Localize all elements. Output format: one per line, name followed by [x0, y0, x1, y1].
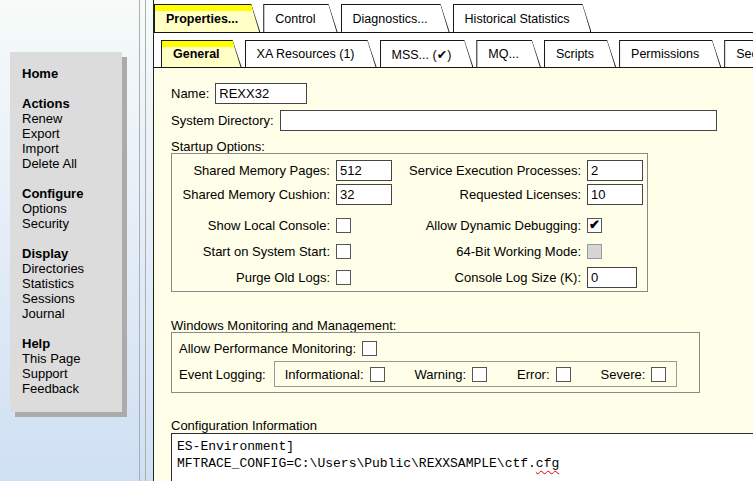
sidebar-nav: Home Actions Renew Export Import Delete … — [10, 52, 122, 412]
severe-checkbox[interactable] — [651, 367, 666, 382]
start-on-system-start-checkbox[interactable] — [336, 244, 351, 259]
allow-performance-monitoring-label: Allow Performance Monitoring: — [179, 341, 356, 356]
sidebar-header-configure: Configure — [22, 186, 118, 201]
secondary-tab-bar: General XA Resources (1) MSS... (✔) MQ..… — [154, 33, 753, 68]
general-tab-content: Name: System Directory: Startup Options:… — [154, 68, 753, 481]
tab-permissions-label: Permissions — [631, 47, 699, 61]
sidebar-item-options[interactable]: Options — [22, 201, 118, 216]
shared-memory-pages-input[interactable] — [336, 160, 392, 181]
system-directory-label: System Directory: — [171, 113, 274, 128]
sidebar-item-import[interactable]: Import — [22, 141, 118, 156]
config-line-1: ES-Environment] — [177, 439, 294, 454]
shared-memory-pages-label: Shared Memory Pages: — [179, 163, 336, 178]
sidebar-item-home[interactable]: Home — [22, 66, 118, 81]
service-execution-processes-input[interactable] — [587, 160, 643, 181]
sidebar-item-export[interactable]: Export — [22, 126, 118, 141]
console-log-size-input[interactable] — [587, 267, 637, 288]
warning-checkbox[interactable] — [472, 367, 487, 382]
config-line-2: MFTRACE_CONFIG=C:\Users\Public\REXXSAMPL… — [177, 456, 559, 471]
sidebar-group-display: Display Directories Statistics Sessions … — [22, 246, 118, 321]
allow-dynamic-debugging-label: Allow Dynamic Debugging: — [406, 218, 587, 233]
tab-security-label: Security — [736, 47, 753, 61]
tab-control[interactable]: Control — [263, 4, 337, 32]
tab-mq-label: MQ... — [488, 47, 519, 61]
tab-xa-resources[interactable]: XA Resources (1) — [245, 40, 377, 67]
sidebar-item-directories[interactable]: Directories — [22, 261, 118, 276]
requested-licenses-label: Requested Licenses: — [406, 187, 587, 202]
severe-label: Severe: — [601, 367, 646, 382]
service-execution-processes-label: Service Execution Processes: — [406, 163, 587, 178]
show-local-console-label: Show Local Console: — [179, 218, 336, 233]
tab-scripts-label: Scripts — [556, 47, 594, 61]
frame-divider-right — [145, 0, 146, 481]
tab-properties[interactable]: Properties... — [154, 4, 260, 32]
startup-options-title: Startup Options: — [171, 139, 265, 154]
tab-security[interactable]: Security — [724, 40, 753, 67]
warning-label: Warning: — [415, 367, 467, 382]
name-input[interactable] — [215, 83, 307, 104]
purge-old-logs-checkbox[interactable] — [336, 270, 351, 285]
error-checkbox[interactable] — [556, 367, 571, 382]
sidebar-header-display: Display — [22, 246, 118, 261]
tab-mq[interactable]: MQ... — [476, 40, 541, 67]
shared-memory-cushion-input[interactable] — [336, 184, 392, 205]
tab-properties-label: Properties... — [166, 12, 238, 26]
startup-options-group: Shared Memory Pages: Service Execution P… — [171, 153, 648, 292]
sidebar-item-renew[interactable]: Renew — [22, 111, 118, 126]
server-properties-panel: Properties... Control Diagnostics... His… — [153, 0, 753, 481]
informational-checkbox[interactable] — [370, 367, 385, 382]
primary-tab-bar: Properties... Control Diagnostics... His… — [154, 0, 753, 33]
configuration-information-title: Configuration Information — [171, 418, 317, 433]
sidebar-item-sessions[interactable]: Sessions — [22, 291, 118, 306]
windows-monitoring-title: Windows Monitoring and Management: — [171, 318, 396, 333]
sidebar-item-statistics[interactable]: Statistics — [22, 276, 118, 291]
purge-old-logs-label: Purge Old Logs: — [179, 270, 336, 285]
sidebar-item-feedback[interactable]: Feedback — [22, 381, 118, 396]
sidebar-group-configure: Configure Options Security — [22, 186, 118, 231]
tab-diagnostics-label: Diagnostics... — [353, 12, 428, 26]
sidebar-group-actions: Actions Renew Export Import Delete All — [22, 96, 118, 171]
tab-historical-statistics-label: Historical Statistics — [465, 12, 570, 26]
tab-scripts[interactable]: Scripts — [544, 40, 616, 67]
informational-label: Informational: — [285, 367, 364, 382]
system-directory-input[interactable] — [280, 110, 717, 131]
misspelled-word: cfg — [536, 456, 559, 471]
requested-licenses-input[interactable] — [587, 184, 643, 205]
64-bit-working-mode-checkbox — [587, 244, 602, 259]
sidebar-item-this-page[interactable]: This Page — [22, 351, 118, 366]
tab-mss[interactable]: MSS... (✔) — [380, 40, 474, 67]
tab-permissions[interactable]: Permissions — [619, 40, 721, 67]
name-label: Name: — [171, 86, 209, 101]
allow-dynamic-debugging-checkbox[interactable]: ✔ — [587, 218, 602, 233]
event-logging-levels-group: Informational: Warning: Error: Severe: — [274, 361, 678, 387]
tab-mss-label: MSS... (✔) — [392, 47, 452, 62]
shared-memory-cushion-label: Shared Memory Cushion: — [179, 187, 336, 202]
frame-divider-left — [139, 0, 140, 481]
tab-historical-statistics[interactable]: Historical Statistics — [453, 4, 592, 32]
allow-performance-monitoring-checkbox[interactable] — [362, 341, 377, 356]
sidebar-group-help: Help This Page Support Feedback — [22, 336, 118, 396]
event-logging-label: Event Logging: — [179, 367, 266, 382]
sidebar-item-delete-all[interactable]: Delete All — [22, 156, 118, 171]
sidebar-item-journal[interactable]: Journal — [22, 306, 118, 321]
sidebar-header-actions: Actions — [22, 96, 118, 111]
sidebar-item-security[interactable]: Security — [22, 216, 118, 231]
start-on-system-start-label: Start on System Start: — [179, 244, 336, 259]
tab-general[interactable]: General — [161, 40, 242, 67]
windows-monitoring-group: Allow Performance Monitoring: Event Logg… — [171, 332, 700, 393]
tab-general-label: General — [173, 47, 220, 61]
configuration-information-textarea[interactable]: ES-Environment] MFTRACE_CONFIG=C:\Users\… — [171, 433, 753, 481]
tab-xa-resources-label: XA Resources (1) — [257, 47, 355, 61]
sidebar-item-support[interactable]: Support — [22, 366, 118, 381]
checkmark: ✔ — [589, 218, 600, 231]
64-bit-working-mode-label: 64-Bit Working Mode: — [406, 244, 587, 259]
console-log-size-label: Console Log Size (K): — [406, 270, 587, 285]
sidebar-header-help: Help — [22, 336, 118, 351]
show-local-console-checkbox[interactable] — [336, 218, 351, 233]
tab-diagnostics[interactable]: Diagnostics... — [341, 4, 450, 32]
error-label: Error: — [517, 367, 550, 382]
tab-control-label: Control — [275, 12, 315, 26]
